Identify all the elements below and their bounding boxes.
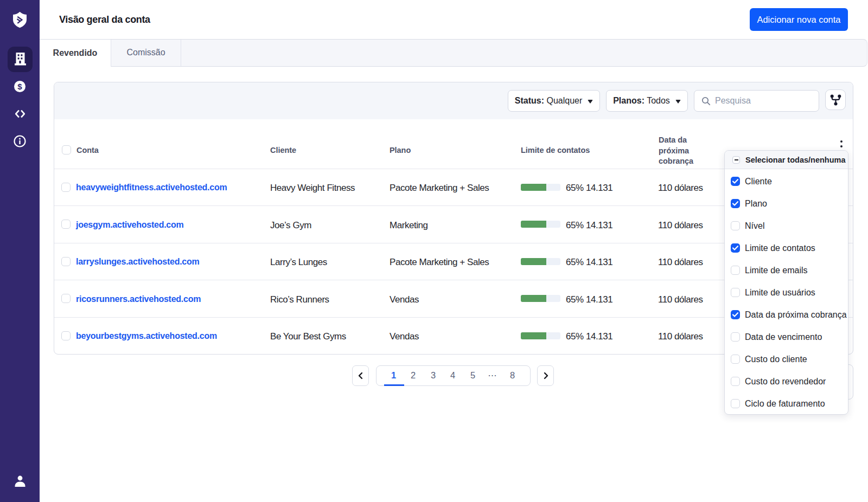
svg-text:$: $ <box>17 82 22 91</box>
